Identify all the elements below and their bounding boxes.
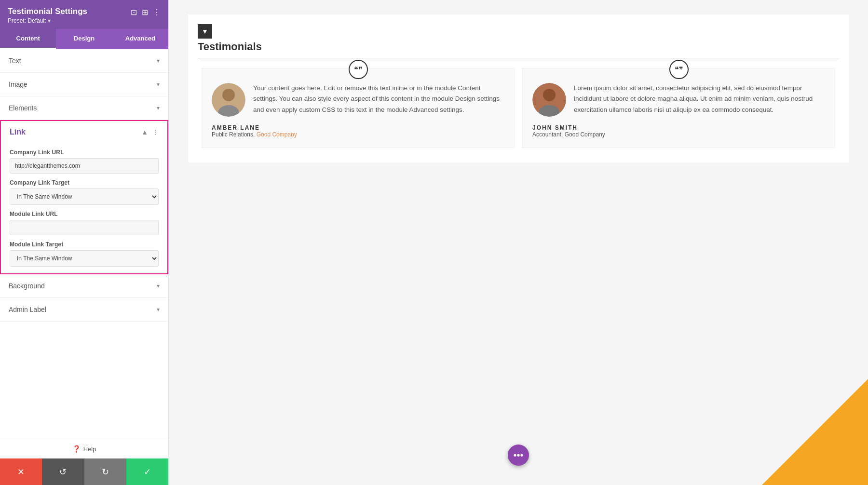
author-name-2: JOHN SMITH: [532, 124, 825, 131]
sidebar-body: Text ▾ Image ▾ Elements ▾ Link ▲ ⋮ Co: [0, 49, 168, 485]
avatar-1: [212, 83, 245, 117]
module-link-url-input[interactable]: [10, 220, 159, 235]
sidebar-header-icons: ⊡ ⊞ ⋮: [131, 8, 161, 17]
company-link-url-label: Company Link URL: [10, 149, 159, 156]
sidebar-preset: Preset: Default ▾: [8, 17, 87, 24]
sidebar-tabs: Content Design Advanced: [0, 29, 168, 49]
section-elements[interactable]: Elements ▾: [0, 96, 168, 120]
section-elements-label: Elements: [9, 104, 37, 112]
testimonials-section: ▼ Testimonials ❝❞ Your c: [188, 14, 849, 162]
company-link-target-label: Company Link Target: [10, 179, 159, 186]
section-background-label: Background: [9, 282, 45, 290]
testimonial-top-1: Your content goes here. Edit or remove t…: [212, 83, 504, 117]
module-link-url-label: Module Link URL: [10, 211, 159, 217]
sidebar: Testimonial Settings Preset: Default ▾ ⊡…: [0, 0, 169, 485]
section-icon-wrap: ▼: [188, 24, 849, 39]
quote-icon-2: ❝❞: [669, 60, 689, 79]
section-text[interactable]: Text ▾: [0, 49, 168, 73]
section-admin-label-label: Admin Label: [9, 306, 46, 313]
chevron-down-icon: ▾: [157, 105, 160, 111]
link-section-title: Link: [10, 128, 26, 136]
testimonial-text-1: Your content goes here. Edit or remove t…: [253, 83, 504, 115]
svg-point-6: [543, 89, 556, 101]
tab-content[interactable]: Content: [0, 29, 56, 49]
redo-button[interactable]: ↻: [84, 458, 126, 485]
chevron-up-icon[interactable]: ▲: [141, 128, 148, 136]
testimonials-title: Testimonials: [188, 40, 849, 53]
sidebar-header: Testimonial Settings Preset: Default ▾ ⊡…: [0, 0, 168, 29]
floating-action-button[interactable]: •••: [508, 445, 529, 466]
author-role-1: Public Relations, Good Company: [212, 131, 504, 138]
grid-icon[interactable]: ⊞: [142, 8, 148, 17]
testimonial-author-1: AMBER LANE Public Relations, Good Compan…: [212, 124, 504, 138]
avatar-2: [532, 83, 566, 117]
author-company-link-1[interactable]: Good Company: [257, 131, 297, 138]
section-image[interactable]: Image ▾: [0, 73, 168, 96]
more-icon[interactable]: ⋮: [153, 8, 161, 17]
undo-button[interactable]: ↺: [42, 458, 84, 485]
main-content: ▼ Testimonials ❝❞ Your c: [169, 0, 868, 485]
link-section-header: Link ▲ ⋮: [1, 121, 167, 143]
help-icon: ❓: [72, 445, 81, 453]
svg-point-2: [222, 89, 235, 101]
section-background[interactable]: Background ▾: [0, 274, 168, 298]
quote-icon-1: ❝❞: [349, 60, 368, 79]
author-role-2: Accountant, Good Company: [532, 131, 825, 138]
yellow-triangle-decoration: [762, 379, 868, 485]
sidebar-header-text: Testimonial Settings Preset: Default ▾: [8, 7, 87, 24]
sidebar-title: Testimonial Settings: [8, 7, 87, 16]
section-admin-label[interactable]: Admin Label ▾: [0, 298, 168, 322]
module-link-target-label: Module Link Target: [10, 241, 159, 248]
link-section-body: Company Link URL Company Link Target In …: [1, 149, 167, 273]
company-link-url-input[interactable]: [10, 158, 159, 174]
fab-icon: •••: [513, 450, 523, 461]
testimonials-grid: ❝❞ Your content goes here. Edit or remov…: [188, 68, 849, 162]
testimonial-card-2: ❝❞ Lorem ipsum dolor sit amet, consectet…: [522, 68, 835, 148]
chevron-down-icon: ▾: [157, 81, 160, 88]
testimonials-divider: [198, 58, 839, 58]
author-name-1: AMBER LANE: [212, 124, 504, 131]
testimonial-card-1: ❝❞ Your content goes here. Edit or remov…: [202, 68, 515, 148]
chevron-down-icon: ▾: [157, 57, 160, 64]
module-link-target-select[interactable]: In The Same Window In A New Tab: [10, 250, 159, 267]
cancel-button[interactable]: ✕: [0, 458, 42, 485]
testimonial-top-2: Lorem ipsum dolor sit amet, consectetur …: [532, 83, 825, 117]
section-link: Link ▲ ⋮ Company Link URL Company Link T…: [0, 120, 168, 274]
tab-design[interactable]: Design: [56, 29, 112, 49]
section-image-label: Image: [9, 81, 27, 88]
settings-icon[interactable]: ⊡: [131, 8, 137, 17]
more-options-icon[interactable]: ⋮: [152, 128, 159, 136]
testimonial-author-2: JOHN SMITH Accountant, Good Company: [532, 124, 825, 138]
company-link-target-select[interactable]: In The Same Window In A New Tab: [10, 189, 159, 205]
sidebar-bottom-bar: ✕ ↺ ↻ ✓: [0, 458, 168, 485]
link-section-icons: ▲ ⋮: [141, 128, 159, 136]
chevron-down-icon: ▾: [157, 306, 160, 313]
testimonial-text-2: Lorem ipsum dolor sit amet, consectetur …: [574, 83, 825, 115]
section-text-label: Text: [9, 57, 21, 65]
tab-advanced[interactable]: Advanced: [112, 29, 168, 49]
help-section[interactable]: ❓ Help: [0, 439, 168, 458]
chevron-down-icon: ▾: [157, 283, 160, 289]
help-label: Help: [83, 445, 96, 453]
section-arrow-icon: ▼: [198, 24, 212, 39]
save-button[interactable]: ✓: [126, 458, 168, 485]
